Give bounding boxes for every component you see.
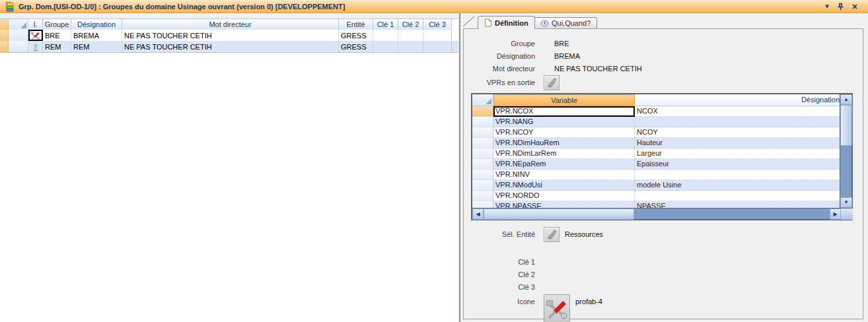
- vpr-designation-cell[interactable]: Hauteur: [635, 138, 841, 148]
- tools-gray-icon: [32, 43, 40, 51]
- icone-button[interactable]: [544, 294, 570, 322]
- field-mot-directeur: Mot directeur NE PAS TOUCHER CETIH: [464, 62, 863, 75]
- vpr-designation-cell[interactable]: NCOY: [635, 127, 841, 138]
- scroll-right-icon[interactable]: ▶: [830, 209, 841, 220]
- cell-groupe[interactable]: REM: [43, 41, 71, 52]
- cell-designation[interactable]: BREMA: [71, 30, 122, 41]
- vpr-designation-cell[interactable]: modele Usine: [635, 180, 841, 191]
- vpr-designation-cell[interactable]: NCOX: [635, 106, 841, 117]
- designation-value[interactable]: BREMA: [554, 52, 580, 60]
- cell-cle1[interactable]: [373, 30, 398, 41]
- vpr-row[interactable]: VPR.NDimLarRem Largeur: [472, 148, 841, 159]
- title-bar: Grp. Dom.[USI-OD-1/0] : Groupes du domai…: [0, 0, 868, 13]
- header-designation[interactable]: Désignation: [71, 19, 122, 30]
- row-icon-cell[interactable]: [28, 41, 43, 52]
- vpr-variable-cell[interactable]: VPR.NDimLarRem: [493, 148, 635, 159]
- vpr-variable-cell[interactable]: VPR.NANG: [493, 117, 635, 127]
- chevron-down-icon[interactable]: ▾: [825, 3, 829, 10]
- vpr-row[interactable]: VPR.NCOY NCOY: [472, 127, 841, 138]
- corner-triangle-icon: [486, 98, 491, 104]
- header-selector[interactable]: [9, 19, 28, 30]
- field-icone: Icone profab-4: [464, 293, 863, 322]
- scroll-down-icon[interactable]: ▼: [840, 197, 852, 208]
- vpr-variable-cell[interactable]: VPR.NDimHauRem: [493, 138, 635, 148]
- row-icon-cell[interactable]: [28, 30, 43, 41]
- header-cle3[interactable]: Clé 3: [423, 19, 452, 30]
- vprs-sortie-button[interactable]: [544, 75, 560, 90]
- vpr-header-selector[interactable]: [472, 94, 493, 106]
- cell-cle3[interactable]: [423, 41, 452, 52]
- header-groupe[interactable]: Groupe: [43, 19, 71, 30]
- mot-directeur-value[interactable]: NE PAS TOUCHER CETIH: [554, 65, 642, 73]
- vpr-row[interactable]: VPR.NPASSE NPASSE: [472, 201, 841, 208]
- vpr-header-designation[interactable]: Désignation: [635, 94, 841, 106]
- vpr-variable-cell[interactable]: VPR.NCOX: [493, 106, 635, 117]
- vpr-designation-cell[interactable]: NPASSE: [635, 201, 841, 208]
- tab-diagonal: [463, 16, 478, 29]
- pin-icon[interactable]: [837, 3, 844, 11]
- cell-cle3[interactable]: [423, 30, 452, 41]
- groups-grid-header: I. Groupe Désignation Mot directeur Enti…: [0, 19, 458, 30]
- sel-entite-button[interactable]: [544, 227, 560, 242]
- vpr-variable-cell[interactable]: VPR.NEpaRem: [493, 159, 635, 170]
- vpr-row[interactable]: VPR.NINV: [472, 170, 841, 180]
- vpr-designation-cell[interactable]: [635, 191, 841, 201]
- field-designation: Désignation BREMA: [464, 49, 863, 62]
- row-indicator: [472, 106, 493, 117]
- cell-groupe[interactable]: BRE: [43, 30, 71, 41]
- header-entite[interactable]: Entité: [339, 19, 373, 30]
- vpr-designation-cell[interactable]: [635, 117, 841, 127]
- vpr-header-variable[interactable]: Variable: [493, 94, 635, 106]
- vpr-variable-cell[interactable]: VPR.NINV: [493, 170, 635, 180]
- vpr-row[interactable]: VPR.NORDO: [472, 191, 841, 201]
- field-cle2: Clé 2: [464, 268, 863, 280]
- vpr-row[interactable]: VPR.NDimHauRem Hauteur: [472, 138, 841, 148]
- cell-entite[interactable]: GRESS: [339, 41, 373, 52]
- field-vprs-sortie: VPRs en sortie: [464, 75, 863, 90]
- vpr-row[interactable]: VPR.NANG: [472, 117, 841, 127]
- grid-row-rem[interactable]: REM REM NE PAS TOUCHER CETIH GRESS: [0, 41, 458, 52]
- grid-row-bre[interactable]: BRE BREMA NE PAS TOUCHER CETIH GRESS: [0, 30, 458, 41]
- cle2-label: Clé 2: [464, 271, 535, 278]
- groupe-value[interactable]: BRE: [554, 40, 569, 48]
- scroll-left-icon[interactable]: ◀: [472, 209, 484, 220]
- row-indicator: [472, 159, 493, 170]
- vertical-scrollbar[interactable]: ▲ ▼: [840, 94, 851, 208]
- vpr-designation-cell[interactable]: [635, 170, 841, 180]
- close-icon[interactable]: ×: [852, 2, 857, 11]
- header-cle2[interactable]: Clé 2: [398, 19, 423, 30]
- cell-cle1[interactable]: [373, 41, 398, 52]
- row-selector[interactable]: [9, 41, 28, 52]
- panel-divider[interactable]: [459, 13, 460, 322]
- tab-qui-quand[interactable]: Qui,Quand?: [534, 17, 597, 28]
- sel-entite-value: Ressources: [565, 230, 603, 238]
- cell-cle2[interactable]: [398, 30, 423, 41]
- header-mot-directeur[interactable]: Mot directeur: [122, 19, 339, 30]
- vpr-designation-cell[interactable]: Epaisseur: [635, 159, 841, 170]
- horizontal-scrollbar[interactable]: ◀ ▶: [472, 208, 853, 219]
- cell-mot-directeur[interactable]: NE PAS TOUCHER CETIH: [122, 30, 339, 41]
- icone-label: Icone: [464, 294, 535, 306]
- vpr-row[interactable]: VPR.NEpaRem Epaisseur: [472, 159, 841, 170]
- vertical-scroll-thumb[interactable]: [840, 105, 852, 146]
- vpr-variable-cell[interactable]: VPR.NCOY: [493, 127, 635, 138]
- vpr-variable-cell[interactable]: VPR.NPASSE: [493, 201, 635, 208]
- scroll-up-icon[interactable]: ▲: [840, 94, 852, 105]
- vpr-variable-cell[interactable]: VPR.NModUsi: [493, 180, 635, 191]
- vpr-row[interactable]: VPR.NModUsi modele Usine: [472, 180, 841, 191]
- horizontal-scroll-thumb[interactable]: [484, 209, 634, 220]
- cell-mot-directeur[interactable]: NE PAS TOUCHER CETIH: [122, 41, 339, 52]
- vpr-row[interactable]: VPR.NCOX NCOX: [472, 106, 841, 117]
- detail-panel: Définition Qui,Quand? Groupe BRE Désigna…: [463, 16, 863, 320]
- vpr-designation-cell[interactable]: Largeur: [635, 148, 841, 159]
- cell-designation[interactable]: REM: [71, 41, 122, 52]
- header-icon-col[interactable]: I.: [28, 19, 43, 30]
- cell-cle2[interactable]: [398, 41, 423, 52]
- row-selector[interactable]: [9, 30, 28, 41]
- tab-definition[interactable]: Définition: [478, 16, 535, 29]
- header-cle1[interactable]: Clé 1: [373, 19, 398, 30]
- row-indicator: [472, 117, 493, 127]
- cell-entite[interactable]: GRESS: [339, 30, 373, 41]
- vpr-variable-cell[interactable]: VPR.NORDO: [493, 191, 635, 201]
- document-icon: [484, 18, 492, 27]
